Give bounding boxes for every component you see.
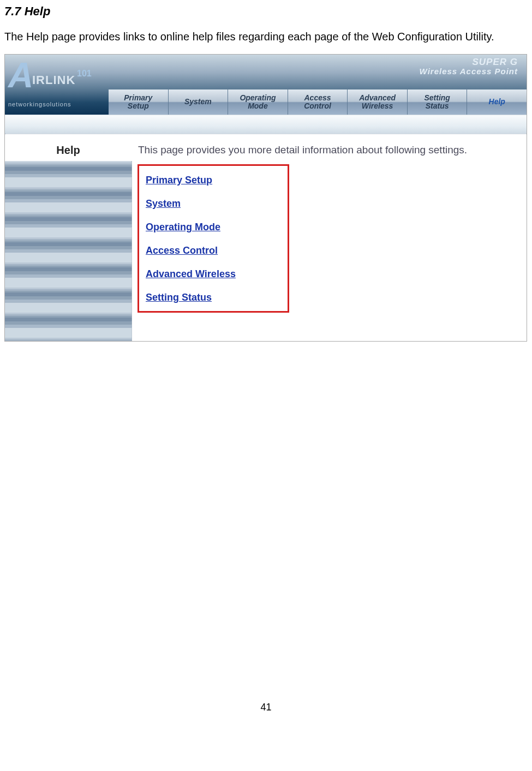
- nav-tab-advanced-wireless[interactable]: Advanced Wireless: [347, 89, 407, 115]
- page-description: This page provides you more detail infor…: [131, 134, 527, 161]
- content-body-row: Primary Setup System Operating Mode Acce…: [5, 161, 527, 341]
- nav-label: Help: [489, 98, 505, 106]
- logo-glyph-icon: A: [8, 58, 33, 93]
- section-heading: 7.7 Help: [4, 4, 528, 19]
- brand-logo: A IRLINK 101 networkingsolutions: [5, 55, 109, 115]
- nav-tab-operating-mode[interactable]: Operating Mode: [228, 89, 288, 115]
- help-link-setting-status[interactable]: Setting Status: [146, 292, 281, 303]
- product-badge: SUPER G Wireless Access Point: [420, 57, 518, 76]
- nav-tab-primary-setup[interactable]: Primary Setup: [109, 89, 168, 115]
- nav-label: Status: [426, 102, 449, 110]
- page-number: 41: [0, 702, 532, 719]
- side-stripe-decoration: [5, 161, 132, 341]
- nav-label: Control: [304, 102, 331, 110]
- nav-label: Advanced: [359, 94, 396, 102]
- section-body: The Help page provides links to online h…: [4, 31, 528, 43]
- page-title: Help: [5, 134, 131, 161]
- product-line1: SUPER G: [420, 57, 518, 68]
- nav-label: Operating: [240, 94, 276, 102]
- nav-tab-access-control[interactable]: Access Control: [288, 89, 348, 115]
- help-link-operating-mode[interactable]: Operating Mode: [146, 222, 281, 233]
- nav-label: Setup: [128, 102, 149, 110]
- nav-label: Mode: [248, 102, 268, 110]
- nav-label: Wireless: [362, 102, 393, 110]
- help-link-advanced-wireless[interactable]: Advanced Wireless: [146, 268, 281, 280]
- nav-tab-help[interactable]: Help: [467, 89, 527, 115]
- nav-label: Access: [304, 94, 331, 102]
- nav-tab-system[interactable]: System: [168, 89, 228, 115]
- spacer-bar: [5, 115, 527, 134]
- help-links-box: Primary Setup System Operating Mode Acce…: [138, 164, 289, 313]
- product-line2: Wireless Access Point: [420, 67, 518, 76]
- logo-tagline: networkingsolutions: [8, 101, 71, 107]
- nav-label: System: [184, 98, 212, 106]
- help-link-primary-setup[interactable]: Primary Setup: [146, 175, 281, 186]
- nav-tab-setting-status[interactable]: Setting Status: [407, 89, 467, 115]
- help-links-area: Primary Setup System Operating Mode Acce…: [132, 161, 527, 341]
- logo-suffix: 101: [77, 69, 92, 79]
- top-banner: A IRLINK 101 networkingsolutions SUPER G…: [5, 55, 527, 115]
- content-header-row: Help This page provides you more detail …: [5, 134, 527, 161]
- nav-strip: Primary Setup System Operating Mode Acce…: [109, 89, 527, 115]
- nav-label: Setting: [424, 94, 450, 102]
- help-link-system[interactable]: System: [146, 198, 281, 210]
- nav-label: Primary: [124, 94, 152, 102]
- app-screenshot: A IRLINK 101 networkingsolutions SUPER G…: [4, 54, 527, 342]
- help-link-access-control[interactable]: Access Control: [146, 245, 281, 256]
- logo-brand-text: IRLINK: [32, 73, 75, 87]
